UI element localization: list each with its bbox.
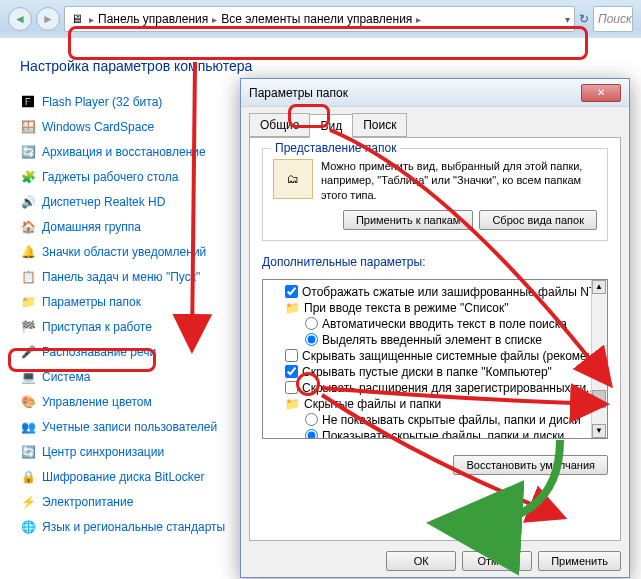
- breadcrumb[interactable]: 🖥 ▸ Панель управления ▸ Все элементы пан…: [64, 6, 575, 32]
- view-groupbox: Представление папок 🗂 Можно применить ви…: [262, 148, 608, 241]
- scrollbar[interactable]: ▲ ▼: [591, 280, 607, 438]
- advanced-label: Дополнительные параметры:: [262, 255, 608, 269]
- link-icon: 🎨: [20, 394, 36, 410]
- control-panel-icon: 🖥: [69, 11, 85, 27]
- link-icon: 🅵: [20, 94, 36, 110]
- tree-label: Скрытые файлы и папки: [304, 397, 441, 411]
- tree-item[interactable]: Автоматически вводить текст в поле поиск…: [265, 316, 605, 332]
- tree-radio[interactable]: [305, 317, 318, 330]
- tree-item[interactable]: 📁При вводе текста в режиме "Список": [265, 300, 605, 316]
- tree-item[interactable]: Скрывать расширения для зарегистрированн…: [265, 380, 605, 396]
- cancel-button[interactable]: Отмена: [462, 551, 532, 571]
- tree-label: Скрывать защищенные системные файлы (рек…: [302, 349, 603, 363]
- tree-label: Скрывать расширения для зарегистрированн…: [302, 381, 596, 395]
- chevron-right-icon: ▸: [212, 14, 217, 25]
- tree-item[interactable]: Отображать сжатые или зашифрованные файл…: [265, 284, 605, 300]
- folder-icon: 📁: [285, 397, 300, 411]
- link-icon: 🪟: [20, 119, 36, 135]
- link-icon: 🎤: [20, 344, 36, 360]
- tree-item[interactable]: Не показывать скрытые файлы, папки и дис…: [265, 412, 605, 428]
- tree-label: Автоматически вводить текст в поле поиск…: [322, 317, 567, 331]
- tree-item[interactable]: Показывать скрытые файлы, папки и диски: [265, 428, 605, 439]
- tree-checkbox[interactable]: [285, 365, 298, 378]
- tree-checkbox[interactable]: [285, 381, 298, 394]
- reset-folders-button[interactable]: Сброс вида папок: [479, 210, 597, 230]
- tree-item[interactable]: 📁Скрытые файлы и папки: [265, 396, 605, 412]
- tab-strip: Общие Вид Поиск: [249, 113, 621, 138]
- link-label: Диспетчер Realtek HD: [42, 195, 165, 209]
- folder-view-icon: 🗂: [273, 159, 313, 199]
- dropdown-icon[interactable]: ▾: [565, 14, 570, 25]
- chevron-right-icon: ▸: [89, 14, 94, 25]
- tab-general[interactable]: Общие: [249, 113, 310, 137]
- tree-checkbox[interactable]: [285, 285, 298, 298]
- forward-button[interactable]: ►: [36, 7, 60, 31]
- link-icon: 🔄: [20, 444, 36, 460]
- link-icon: 💻: [20, 369, 36, 385]
- ok-button[interactable]: ОК: [386, 551, 456, 571]
- link-icon: 🌐: [20, 519, 36, 535]
- groupbox-title: Представление папок: [271, 141, 400, 155]
- dialog-titlebar[interactable]: Параметры папок ✕: [241, 79, 629, 107]
- dialog-title-text: Параметры папок: [249, 86, 581, 100]
- scroll-thumb[interactable]: [592, 390, 606, 408]
- link-icon: 📋: [20, 269, 36, 285]
- link-label: Панель задач и меню "Пуск": [42, 270, 200, 284]
- search-input[interactable]: Поиск: [593, 6, 633, 32]
- folder-options-dialog: Параметры папок ✕ Общие Вид Поиск Предст…: [240, 78, 630, 578]
- link-label: Система: [42, 370, 90, 384]
- link-label: Язык и региональные стандарты: [42, 520, 225, 534]
- link-label: Управление цветом: [42, 395, 152, 409]
- tree-checkbox[interactable]: [285, 349, 298, 362]
- tab-search[interactable]: Поиск: [352, 113, 407, 137]
- link-icon: ⚡: [20, 494, 36, 510]
- tree-item[interactable]: Скрывать защищенные системные файлы (рек…: [265, 348, 605, 364]
- scroll-up-icon[interactable]: ▲: [592, 280, 606, 294]
- link-label: Значки области уведомлений: [42, 245, 206, 259]
- link-label: Центр синхронизации: [42, 445, 164, 459]
- tree-label: Выделять введенный элемент в списке: [322, 333, 542, 347]
- link-label: Шифрование диска BitLocker: [42, 470, 204, 484]
- tree-label: Показывать скрытые файлы, папки и диски: [322, 429, 564, 439]
- close-button[interactable]: ✕: [581, 84, 621, 102]
- tree-item[interactable]: Скрывать пустые диски в папке "Компьютер…: [265, 364, 605, 380]
- tree-label: Скрывать пустые диски в папке "Компьютер…: [302, 365, 552, 379]
- page-title: Настройка параметров компьютера: [20, 58, 631, 74]
- link-icon: 🏁: [20, 319, 36, 335]
- restore-defaults-button[interactable]: Восстановить умолчания: [453, 455, 608, 475]
- tree-label: Отображать сжатые или зашифрованные файл…: [302, 285, 608, 299]
- link-icon: 🔄: [20, 144, 36, 160]
- advanced-tree[interactable]: Отображать сжатые или зашифрованные файл…: [262, 279, 608, 439]
- scroll-down-icon[interactable]: ▼: [592, 424, 606, 438]
- link-icon: 📁: [20, 294, 36, 310]
- tree-item[interactable]: Выделять введенный элемент в списке: [265, 332, 605, 348]
- link-icon: 🏠: [20, 219, 36, 235]
- view-description: Можно применить вид, выбранный для этой …: [321, 159, 597, 202]
- breadcrumb-item[interactable]: Все элементы панели управления: [221, 12, 412, 26]
- chevron-right-icon: ▸: [416, 14, 421, 25]
- link-icon: 🔔: [20, 244, 36, 260]
- nav-bar: ◄ ► 🖥 ▸ Панель управления ▸ Все элементы…: [0, 0, 641, 38]
- link-icon: 👥: [20, 419, 36, 435]
- apply-button[interactable]: Применить: [538, 551, 621, 571]
- refresh-icon[interactable]: ↻: [579, 12, 589, 26]
- link-label: Гаджеты рабочего стола: [42, 170, 178, 184]
- folder-icon: 📁: [285, 301, 300, 315]
- tree-radio[interactable]: [305, 333, 318, 346]
- link-label: Windows CardSpace: [42, 120, 154, 134]
- link-label: Распознавание речи: [42, 345, 156, 359]
- breadcrumb-item[interactable]: Панель управления: [98, 12, 208, 26]
- link-label: Архивация и восстановление: [42, 145, 206, 159]
- link-label: Приступая к работе: [42, 320, 152, 334]
- link-icon: 🔊: [20, 194, 36, 210]
- tab-view[interactable]: Вид: [309, 114, 353, 138]
- link-label: Электропитание: [42, 495, 133, 509]
- tree-radio[interactable]: [305, 429, 318, 439]
- back-button[interactable]: ◄: [8, 7, 32, 31]
- tree-label: Не показывать скрытые файлы, папки и дис…: [322, 413, 581, 427]
- link-icon: 🧩: [20, 169, 36, 185]
- link-icon: 🔒: [20, 469, 36, 485]
- tree-radio[interactable]: [305, 413, 318, 426]
- apply-to-folders-button[interactable]: Применить к папкам: [343, 210, 474, 230]
- link-label: Flash Player (32 бита): [42, 95, 162, 109]
